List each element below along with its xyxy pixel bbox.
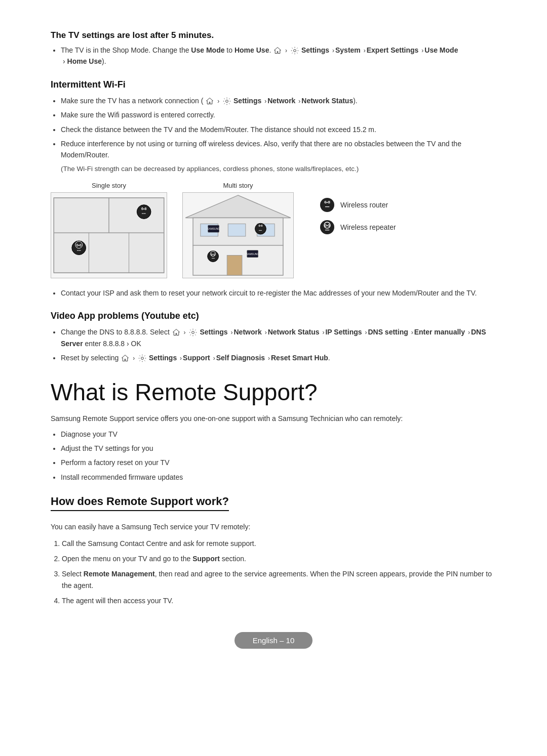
multi-story-label: Multi story [223, 182, 253, 189]
remote-support-desc: Samsung Remote Support service offers yo… [51, 413, 496, 424]
video-app-title: Video App problems (Youtube etc) [51, 311, 496, 321]
svg-text:━━: ━━ [325, 228, 330, 232]
svg-text:6•8: 6•8 [259, 224, 263, 227]
gear-icon3 [189, 328, 197, 337]
wifi-title: Intermittent Wi-Fi [51, 79, 496, 90]
svg-point-0 [294, 50, 296, 52]
svg-text:0•0: 0•0 [211, 253, 215, 256]
remote-bullet-2: Adjust the TV settings for you [61, 443, 496, 454]
diagrams: Single story 6•8 ━━ [51, 182, 496, 278]
remote-bullet-1: Diagnose your TV [61, 429, 496, 440]
svg-point-40 [192, 331, 194, 334]
single-story-plan: 6•8 ━━ 0•0 ━━ [51, 192, 167, 278]
home-icon3 [172, 328, 180, 337]
gear-icon2 [223, 97, 231, 105]
svg-text:0•0: 0•0 [325, 224, 330, 227]
gear-icon [291, 47, 299, 55]
svg-point-1 [226, 100, 228, 103]
footer: English – 10 [51, 632, 496, 649]
legend-router: 6•8 ━━ Wireless router [319, 197, 396, 213]
svg-text:6•8: 6•8 [324, 200, 330, 204]
remote-support-title: What is Remote Support? [51, 379, 496, 406]
multi-story-diagram: Multi story [182, 182, 294, 278]
remote-bullet-3: Perform a factory reset on your TV [61, 457, 496, 468]
svg-text:━━: ━━ [76, 248, 81, 251]
remote-support-list: Diagnose your TV Adjust the TV settings … [51, 429, 496, 483]
video-bullet2: Reset by selecting › Settings ›Support ›… [61, 352, 496, 363]
tv-settings-bullet: The TV is in the Shop Mode. Change the U… [61, 45, 496, 67]
wifi-bullet1: Make sure the TV has a network connectio… [61, 95, 496, 106]
svg-text:6•8: 6•8 [141, 206, 146, 210]
svg-marker-15 [185, 195, 291, 218]
wifi-note: (The Wi-Fi strength can be decreased by … [61, 165, 496, 173]
remote-management-label: Remote Management [84, 570, 155, 578]
legend-router-label: Wireless router [340, 201, 388, 209]
how-remote-step1: Call the Samsung Contact Centre and ask … [62, 538, 496, 549]
tv-settings-section: The TV settings are lost after 5 minutes… [51, 30, 496, 67]
legend-repeater: 0•0 ━━ Wireless repeater [319, 219, 396, 235]
svg-text:━━: ━━ [258, 229, 262, 232]
svg-point-41 [141, 357, 144, 360]
home-icon2 [206, 97, 214, 105]
how-remote-step3: Select Remote Management, then read and … [62, 568, 496, 591]
how-remote-title: How does Remote Support work? [51, 495, 229, 511]
single-story-label: Single story [92, 182, 126, 189]
how-remote-step4: The agent will then access your TV. [62, 595, 496, 606]
svg-rect-19 [228, 224, 246, 236]
how-remote-desc: You can easily have a Samsung Tech servi… [51, 521, 496, 532]
svg-text:0•0: 0•0 [76, 243, 82, 246]
how-remote-section: How does Remote Support work? You can ea… [51, 495, 496, 606]
router-icon: 6•8 ━━ [319, 197, 335, 213]
video-app-section: Video App problems (Youtube etc) Change … [51, 311, 496, 363]
wifi-bullet2: Make sure the Wifi password is entered c… [61, 109, 496, 120]
video-bullet1: Change the DNS to 8.8.8.8. Select › Sett… [61, 326, 496, 349]
wifi-section: Intermittent Wi-Fi Make sure the TV has … [51, 79, 496, 299]
remote-support-section: What is Remote Support? Samsung Remote S… [51, 379, 496, 483]
how-remote-step2: Open the menu on your TV and go to the S… [62, 553, 496, 564]
footer-label: English – 10 [235, 632, 313, 649]
svg-text:SAMSUNG: SAMSUNG [246, 253, 259, 255]
how-remote-steps: Call the Samsung Contact Centre and ask … [51, 538, 496, 607]
legend-repeater-label: Wireless repeater [340, 223, 396, 231]
wifi-bullet3: Check the distance between the TV and th… [61, 124, 496, 135]
multi-story-plan: SAMSUNG SAMSUNG 6•8 ━━ 0•0 ━━ [182, 192, 294, 278]
tv-settings-title: The TV settings are lost after 5 minutes… [51, 30, 496, 40]
wifi-bullet4: Reduce interference by not using or turn… [61, 138, 496, 161]
support-label: Support [192, 555, 220, 563]
svg-text:SAMSUNG: SAMSUNG [207, 228, 220, 230]
wifi-bullet5: Contact your ISP and ask them to reset y… [61, 287, 496, 299]
svg-text:━━: ━━ [211, 257, 215, 260]
home-icon [274, 47, 282, 55]
remote-bullet-4: Install recommended firmware updates [61, 472, 496, 483]
repeater-icon: 0•0 ━━ [319, 219, 335, 235]
svg-rect-21 [227, 255, 242, 275]
home-icon4 [121, 354, 129, 362]
gear-icon4 [138, 354, 146, 362]
legend: 6•8 ━━ Wireless router 0•0 ━━ Wireless r… [319, 197, 396, 235]
svg-text:━━: ━━ [141, 212, 146, 215]
svg-text:━━: ━━ [325, 205, 330, 208]
single-story-diagram: Single story 6•8 ━━ [51, 182, 167, 278]
